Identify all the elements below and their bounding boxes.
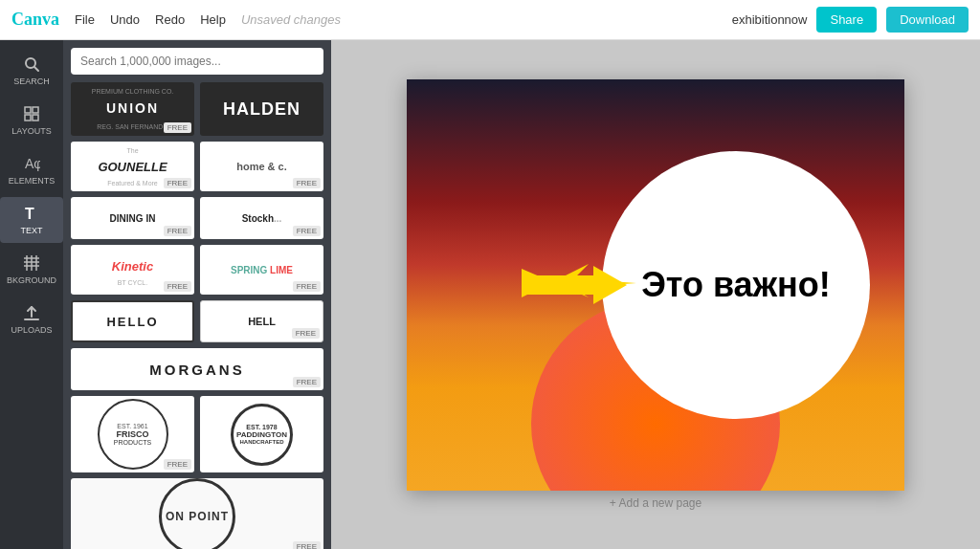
- svg-rect-2: [25, 107, 31, 113]
- frisco-free-label: FREE: [164, 459, 191, 470]
- svg-rect-3: [33, 107, 38, 113]
- sidebar-item-text[interactable]: T TEXT: [0, 197, 63, 243]
- share-button[interactable]: Share: [816, 7, 877, 33]
- stockholm-free-label: FREE: [293, 226, 321, 236]
- sidebar-item-background[interactable]: BKGROUND: [0, 247, 63, 293]
- download-button[interactable]: Download: [886, 7, 969, 33]
- svg-text:Aφ: Aφ: [25, 156, 40, 171]
- sidebar-label-layouts: LAYOUTS: [11, 126, 51, 136]
- home-free-label: FREE: [293, 178, 321, 188]
- elements-icon: Aφ: [23, 155, 40, 172]
- canvas-circle[interactable]: Это важно!: [602, 151, 870, 419]
- undo-menu[interactable]: Undo: [110, 12, 140, 27]
- hell-free-label: FREE: [292, 328, 320, 339]
- text-icon: T: [23, 205, 40, 222]
- sidebar-label-uploads: UPLOADS: [11, 325, 52, 335]
- sidebar-label-search: SEARCH: [13, 77, 50, 86]
- union-free-label: FREE: [164, 122, 191, 133]
- template-grid: PREMIUM CLOTHING CO. UNION REG. SAN FERN…: [71, 82, 323, 549]
- sidebar-label-background: BKGROUND: [7, 275, 56, 285]
- template-panel: PREMIUM CLOTHING CO. UNION REG. SAN FERN…: [63, 40, 331, 549]
- template-stockholm[interactable]: Stockh... FREE: [200, 197, 323, 239]
- search-input[interactable]: [71, 48, 323, 75]
- spring-free-label: FREE: [293, 281, 321, 292]
- layouts-icon: [23, 105, 40, 122]
- kinetic-free-label: FREE: [164, 281, 191, 292]
- main-layout: SEARCH LAYOUTS Aφ ELEMENTS T TEXT: [0, 40, 980, 549]
- template-hello[interactable]: HELLO: [71, 300, 194, 342]
- template-hell[interactable]: HELL FREE: [200, 300, 323, 342]
- onpoint-free-label: FREE: [293, 541, 321, 549]
- uploads-icon: [23, 304, 40, 321]
- svg-rect-4: [25, 115, 31, 121]
- sidebar-item-uploads[interactable]: UPLOADS: [0, 296, 63, 342]
- template-dining[interactable]: DINING IN FREE: [71, 197, 194, 239]
- canvas-area: Это важно! + Add a new page: [331, 40, 980, 549]
- template-gounelle[interactable]: The GOUNELLE Featured & More FREE: [71, 142, 194, 191]
- template-halden[interactable]: HALDEN: [200, 82, 323, 136]
- template-onpoint[interactable]: ON POINT FREE: [71, 478, 323, 549]
- help-menu[interactable]: Help: [200, 12, 226, 27]
- sidebar-label-elements: ELEMENTS: [9, 176, 56, 186]
- sidebar-label-text: TEXT: [20, 226, 42, 235]
- svg-text:T: T: [25, 206, 34, 222]
- template-union[interactable]: PREMIUM CLOTHING CO. UNION REG. SAN FERN…: [71, 82, 194, 136]
- icon-sidebar: SEARCH LAYOUTS Aφ ELEMENTS T TEXT: [0, 40, 63, 549]
- template-paddington[interactable]: EST. 1978 PADDINGTON HANDCRAFTED: [200, 396, 323, 472]
- file-menu[interactable]: File: [75, 12, 95, 27]
- template-frisco[interactable]: EST. 1961 FRISCO PRODUCTS FREE: [71, 396, 194, 472]
- svg-line-1: [34, 67, 38, 71]
- sidebar-item-elements[interactable]: Aφ ELEMENTS: [0, 147, 63, 193]
- unsaved-status: Unsaved changes: [241, 12, 341, 27]
- template-spring[interactable]: SPRING LIME FREE: [200, 245, 323, 295]
- template-kinetic[interactable]: Kinetic BT CYCL. FREE: [71, 245, 194, 295]
- canvas-main-text: Это важно!: [641, 266, 831, 304]
- template-morgans[interactable]: MORGANS FREE: [71, 348, 323, 390]
- svg-rect-5: [33, 115, 38, 121]
- gounelle-free-label: FREE: [164, 178, 191, 188]
- template-home[interactable]: home & c. FREE: [200, 142, 323, 191]
- search-icon: [23, 55, 40, 73]
- sidebar-item-layouts[interactable]: LAYOUTS: [0, 98, 63, 143]
- canva-logo: Canva: [11, 10, 59, 30]
- sidebar-item-search[interactable]: SEARCH: [0, 48, 63, 94]
- top-navigation: Canva File Undo Redo Help Unsaved change…: [0, 0, 980, 40]
- morgans-free-label: FREE: [293, 377, 321, 387]
- redo-menu[interactable]: Redo: [155, 12, 185, 27]
- canvas[interactable]: Это важно!: [407, 79, 904, 491]
- username-label: exhibitionnow: [732, 12, 808, 27]
- dining-free-label: FREE: [164, 226, 191, 236]
- background-icon: [23, 254, 40, 272]
- add-page-button[interactable]: + Add a new page: [610, 496, 702, 510]
